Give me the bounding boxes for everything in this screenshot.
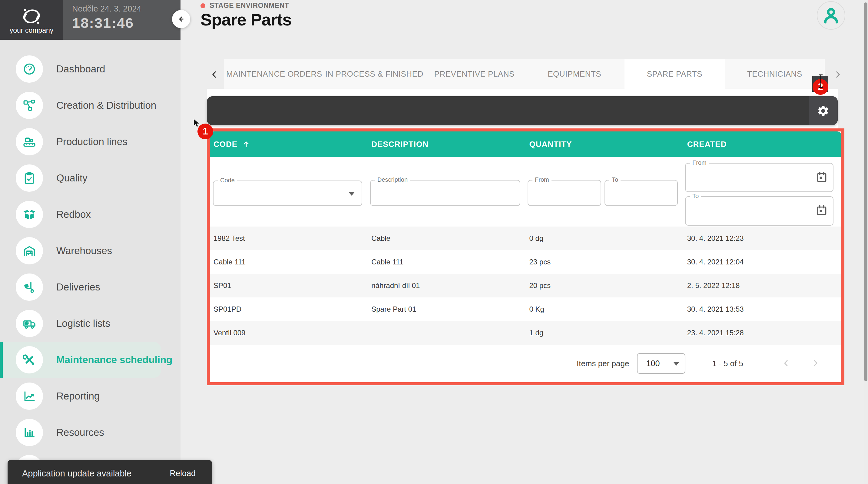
hand-truck-icon [16, 273, 43, 301]
cell-created: 23. 4. 2021 15:28 [684, 321, 841, 345]
cell-quantity: 23 pcs [526, 250, 684, 274]
tab-equipments[interactable]: EQUIPMENTS [525, 59, 625, 89]
cell-code: Ventil 009 [210, 321, 368, 345]
logo-swirl-icon [20, 5, 43, 28]
sidebar-item-production-lines[interactable]: Production lines [0, 124, 181, 160]
column-header-created[interactable]: CREATED [684, 131, 841, 157]
gear-icon [817, 104, 830, 117]
calendar-from-button[interactable] [815, 171, 829, 184]
cell-quantity: 0 Kg [526, 297, 684, 321]
sidebar-item-label: Resources [56, 427, 104, 438]
cell-quantity: 1 dg [526, 321, 684, 345]
settings-button[interactable] [809, 96, 838, 125]
person-icon [822, 6, 841, 25]
tab-technicians[interactable]: TECHNICIANS [725, 59, 825, 89]
description-filter-input[interactable]: Description [370, 180, 520, 206]
items-per-page-select[interactable]: 100 [637, 353, 685, 374]
scrollbar-track[interactable] [864, 0, 868, 484]
sidebar-item-label: Quality [56, 172, 88, 184]
cell-code: Cable 111 [210, 250, 368, 274]
cell-created: 30. 4. 2021 12:04 [684, 250, 841, 274]
tab-in-process-and-finished[interactable]: IN PROCESS & FINISHED [324, 59, 425, 89]
sidebar-item-label: Warehouses [56, 245, 112, 256]
table-row[interactable]: 1982 TestCable0 dg30. 4. 2021 12:23 [210, 226, 841, 250]
tabs-scroll-right-button[interactable] [831, 68, 844, 81]
sidebar-item-reporting[interactable]: Reporting [0, 378, 181, 414]
sidebar-item-logistic-lists[interactable]: Logistic lists [0, 305, 181, 342]
scrollbar-thumb[interactable] [864, 2, 867, 381]
table-row[interactable]: Cable 111Cable 11123 pcs30. 4. 2021 12:0… [210, 250, 841, 274]
mouse-cursor-icon [192, 119, 200, 128]
company-logo: your company [0, 0, 63, 40]
top-header: your company Neděle 24. 3. 2024 18:31:46 [0, 0, 181, 40]
tab-preventive-plans[interactable]: PREVENTIVE PLANS [424, 59, 525, 89]
cell-code: 1982 Test [210, 226, 368, 250]
conveyor-icon [16, 128, 43, 155]
bar-chart-icon [16, 419, 43, 446]
sidebar-item-warehouses[interactable]: Warehouses [0, 233, 181, 269]
sidebar-item-quality[interactable]: Quality [0, 160, 181, 196]
cell-quantity: 20 pcs [526, 274, 684, 297]
environment-badge: STAGE ENVIRONMENT [200, 1, 289, 10]
gauge-icon [16, 55, 43, 83]
column-header-description[interactable]: DESCRIPTION [368, 131, 525, 157]
cell-created: 2. 5. 2022 12:18 [684, 274, 841, 297]
tab-maintenance-orders[interactable]: MAINTENANCE ORDERS [224, 59, 324, 89]
tab-bar: MAINTENANCE ORDERSIN PROCESS & FINISHEDP… [224, 59, 825, 89]
column-header-label: QUANTITY [529, 140, 572, 149]
code-filter-label: Code [218, 177, 237, 184]
page-range-label: 1 - 5 of 5 [712, 359, 743, 368]
cell-quantity: 0 dg [526, 226, 684, 250]
created-from-filter-label: From [690, 159, 709, 166]
cell-description [368, 321, 525, 345]
reload-button[interactable]: Reload [169, 469, 196, 478]
tab-spare-parts[interactable]: SPARE PARTS [624, 59, 725, 89]
items-per-page-label: Items per page [577, 359, 629, 368]
cell-description: Cable [368, 226, 525, 250]
company-name: your company [10, 26, 53, 34]
previous-page-button[interactable] [780, 357, 793, 370]
clock: 18:31:46 [72, 14, 141, 31]
cell-code: SP01PD [210, 297, 368, 321]
items-per-page-value: 100 [646, 359, 660, 368]
description-filter-label: Description [375, 176, 410, 183]
created-to-filter-input[interactable]: To [685, 196, 834, 225]
toolbar [207, 96, 838, 125]
text-cursor-icon [818, 74, 824, 88]
cell-created: 30. 4. 2021 13:53 [684, 297, 841, 321]
quantity-from-filter-input[interactable]: From [528, 180, 601, 206]
sidebar-item-label: Deliveries [56, 281, 100, 293]
column-header-label: CREATED [687, 140, 727, 149]
user-avatar-button[interactable] [817, 1, 845, 30]
code-filter-select[interactable]: Code [213, 181, 362, 206]
created-to-filter-label: To [690, 193, 701, 200]
table-row[interactable]: SP01náhradní díl 0120 pcs2. 5. 2022 12:1… [210, 274, 841, 297]
datetime-widget: Neděle 24. 3. 2024 18:31:46 [72, 4, 141, 31]
sidebar-item-creation-and-distribution[interactable]: Creation & Distribution [0, 87, 181, 124]
sidebar-item-resources[interactable]: Resources [0, 414, 181, 451]
sidebar-item-deliveries[interactable]: Deliveries [0, 269, 181, 305]
calendar-to-button[interactable] [815, 204, 829, 218]
sidebar-item-label: Reporting [56, 390, 100, 402]
back-button[interactable] [172, 10, 190, 28]
sidebar-item-dashboard[interactable]: Dashboard [0, 51, 181, 87]
column-header-label: CODE [214, 140, 238, 149]
table-row[interactable]: SP01PDSpare Part 010 Kg30. 4. 2021 13:53 [210, 297, 841, 321]
clipboard-check-icon [16, 164, 43, 192]
sort-ascending-icon [242, 140, 251, 149]
chevron-left-icon [210, 70, 219, 79]
quantity-to-filter-input[interactable]: To [604, 180, 678, 206]
sidebar-item-redbox[interactable]: Redbox [0, 196, 181, 233]
network-icon [16, 92, 43, 119]
tabs-scroll-left-button[interactable] [208, 68, 221, 81]
sidebar-item-maintenance-scheduling[interactable]: Maintenance scheduling [0, 342, 161, 378]
dropdown-arrow-icon [673, 362, 679, 366]
environment-label: STAGE ENVIRONMENT [210, 1, 289, 10]
next-page-button[interactable] [809, 357, 822, 370]
cell-code: SP01 [210, 274, 368, 297]
column-header-quantity[interactable]: QUANTITY [526, 131, 684, 157]
table-row[interactable]: Ventil 0091 dg23. 4. 2021 15:28 [210, 321, 841, 345]
created-from-filter-input[interactable]: From [685, 163, 834, 192]
column-header-code[interactable]: CODE [210, 131, 368, 157]
chevron-left-icon [782, 359, 791, 368]
